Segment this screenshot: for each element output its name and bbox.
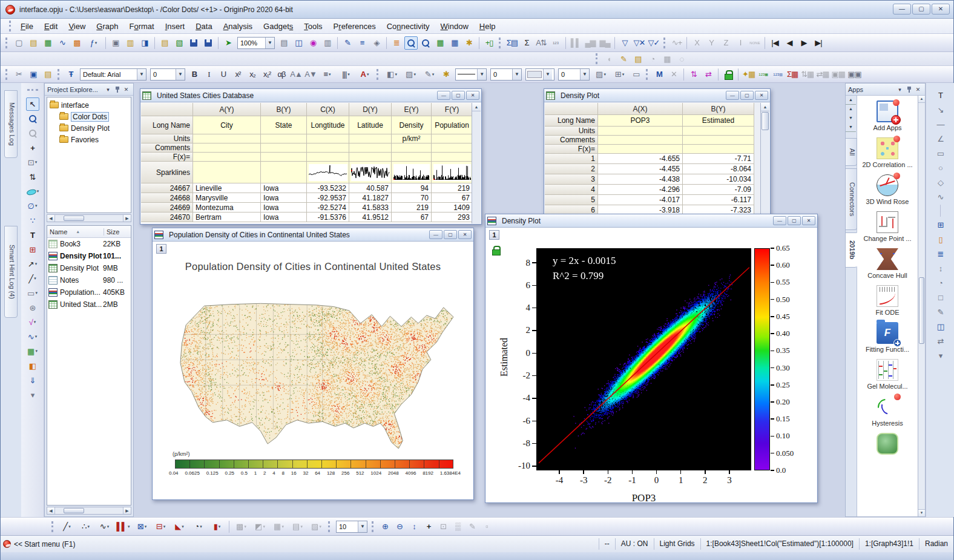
- units-cell[interactable]: [307, 134, 349, 143]
- x-axis[interactable]: X: [690, 36, 703, 50]
- window-title-bar[interactable]: Density Plot —▢✕: [544, 89, 770, 102]
- toolbar-grip[interactable]: [58, 69, 61, 80]
- app-fit-ode[interactable]: Fit ODE: [857, 285, 918, 317]
- close-button[interactable]: ✕: [458, 230, 472, 239]
- import-data[interactable]: ▦: [660, 52, 674, 65]
- box-plot[interactable]: ⊟: [152, 520, 169, 533]
- close-button[interactable]: ✕: [932, 4, 950, 15]
- swap-horizontal[interactable]: ⇄: [702, 68, 715, 81]
- draw-data[interactable]: ✎: [465, 520, 479, 533]
- row-number[interactable]: 24667: [141, 183, 193, 193]
- column-plot[interactable]: ▌▌: [114, 520, 132, 533]
- new-matrix[interactable]: ▩: [70, 36, 84, 50]
- row-number[interactable]: 2: [545, 164, 598, 174]
- file-item[interactable]: Book322KB: [47, 238, 131, 250]
- toolbar-grip[interactable]: [499, 38, 502, 48]
- add-new-column[interactable]: +▯: [482, 36, 496, 50]
- close-button[interactable]: ✕: [755, 91, 768, 100]
- text-tool[interactable]: T: [26, 228, 39, 242]
- sort-worksheet[interactable]: A⇅: [535, 36, 548, 50]
- add-polyline-object[interactable]: ∠: [934, 132, 947, 145]
- more-tools[interactable]: ▾: [26, 388, 39, 401]
- paste[interactable]: ▤: [41, 68, 54, 81]
- x-axis-label[interactable]: POP3: [536, 492, 751, 502]
- annotation-reader[interactable]: ⊡: [436, 520, 450, 533]
- restore-button[interactable]: ▢: [740, 91, 754, 100]
- slide-show[interactable]: ◫: [292, 36, 305, 50]
- cell[interactable]: -8.064: [683, 164, 754, 174]
- menu-file[interactable]: File: [15, 21, 39, 32]
- master-items[interactable]: M: [653, 68, 666, 81]
- row-label[interactable]: Comments: [545, 136, 598, 145]
- reapply-filter[interactable]: ▽✓: [647, 36, 660, 50]
- italic[interactable]: I: [202, 68, 215, 81]
- save-template[interactable]: [202, 36, 215, 50]
- cell[interactable]: 41.5833: [349, 203, 392, 212]
- hatch-style[interactable]: ▨: [592, 68, 610, 81]
- glow[interactable]: ✱: [439, 68, 453, 81]
- copy[interactable]: ▣: [27, 68, 40, 81]
- sparkline-cell[interactable]: [432, 162, 472, 183]
- last-plot[interactable]: ▶|: [812, 36, 825, 50]
- border-width-select[interactable]: 0▼: [558, 68, 590, 81]
- separator[interactable]: [386, 37, 387, 49]
- line-width-select[interactable]: 0▼: [490, 68, 522, 81]
- cell[interactable]: -4.017: [598, 195, 683, 205]
- line-color[interactable]: ✎: [421, 68, 438, 81]
- menu-data[interactable]: Data: [190, 21, 217, 32]
- cell[interactable]: -93.5232: [307, 183, 349, 193]
- restore-button[interactable]: ▢: [452, 91, 465, 100]
- add-line-object[interactable]: —: [934, 117, 947, 131]
- toolbar-grip[interactable]: [377, 69, 380, 80]
- set-column-values[interactable]: 123▦: [757, 68, 770, 81]
- menu-format[interactable]: Format: [123, 21, 159, 32]
- vertical-scrollbar[interactable]: ▲: [472, 103, 481, 223]
- project-tree[interactable]: ≣: [390, 36, 403, 50]
- units-cell[interactable]: [193, 134, 261, 143]
- add-arrow-object[interactable]: ↘: [934, 103, 947, 116]
- previous-plot[interactable]: ◀: [783, 36, 796, 50]
- corner-cell[interactable]: [141, 103, 193, 116]
- cell[interactable]: -91.5376: [307, 212, 349, 222]
- add-polygon-object[interactable]: ◇: [934, 176, 947, 189]
- window-title-bar[interactable]: United States Cities Database —▢✕: [140, 89, 481, 102]
- sparkline-cell[interactable]: [307, 162, 349, 183]
- cell[interactable]: 41.9512: [349, 212, 392, 222]
- fx-cell[interactable]: [349, 153, 392, 162]
- layer-management[interactable]: ◫: [934, 320, 947, 333]
- comments-cell[interactable]: [193, 143, 261, 153]
- plot-pareto[interactable]: ▆▄: [598, 36, 611, 50]
- new-project[interactable]: ▢: [12, 36, 25, 50]
- comments-cell[interactable]: [261, 143, 307, 153]
- subscript[interactable]: x₂: [246, 68, 259, 81]
- pin-button[interactable]: [113, 85, 122, 94]
- edit-digitizer[interactable]: ✎: [341, 36, 354, 50]
- add-text-object[interactable]: T: [934, 88, 947, 102]
- row-number[interactable]: 3: [545, 174, 598, 185]
- no-master-items[interactable]: ✕: [667, 68, 680, 81]
- cell[interactable]: Iowa: [261, 193, 307, 203]
- font-color[interactable]: A: [356, 68, 373, 81]
- fx-cell[interactable]: [307, 153, 349, 162]
- contour-plot[interactable]: ▨: [308, 520, 325, 533]
- separator[interactable]: [565, 37, 566, 49]
- rescale-graph[interactable]: ↕: [407, 520, 421, 533]
- menu-preferences[interactable]: Preferences: [328, 21, 381, 32]
- cell[interactable]: 219: [392, 203, 432, 212]
- file-item[interactable]: Population...405KB: [47, 286, 131, 298]
- cell[interactable]: -92.5274: [307, 203, 349, 212]
- arrange-layers[interactable]: ≡: [355, 36, 369, 50]
- print[interactable]: ▤: [277, 36, 291, 50]
- row-label[interactable]: Units: [141, 134, 193, 143]
- open-excel[interactable]: ▧: [173, 36, 186, 50]
- comments-cell[interactable]: [598, 136, 683, 145]
- 3d-wire-surface[interactable]: ▩: [232, 520, 250, 533]
- distribution[interactable]: |||: [337, 68, 355, 81]
- comments-cell[interactable]: [392, 143, 432, 153]
- separator[interactable]: [154, 37, 155, 49]
- cell[interactable]: 41.1827: [349, 193, 392, 203]
- data-filter[interactable]: ▽: [618, 36, 631, 50]
- z-axis[interactable]: Z: [719, 36, 732, 50]
- new-workbook[interactable]: ▦: [41, 36, 54, 50]
- zoom-level-select[interactable]: 100%▼: [237, 37, 275, 49]
